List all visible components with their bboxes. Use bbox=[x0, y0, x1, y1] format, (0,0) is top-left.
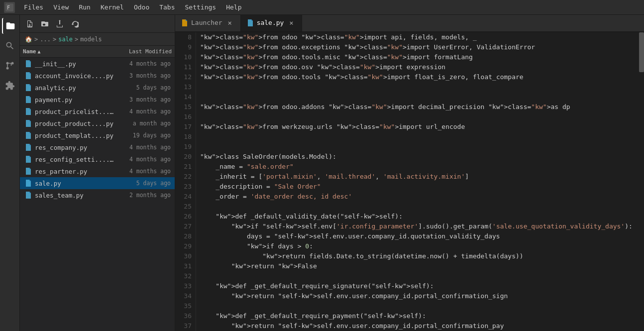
date-column-header[interactable]: Last Modified bbox=[117, 48, 172, 55]
code-line: "kw">def _get_default_require_payment("s… bbox=[200, 311, 635, 321]
file-date: 5 days ago bbox=[116, 84, 171, 91]
tab-close-button[interactable]: × bbox=[225, 18, 234, 27]
file-name: product_templat....py bbox=[35, 132, 116, 139]
code-line bbox=[200, 202, 635, 212]
tab-close-button[interactable]: × bbox=[287, 18, 296, 27]
file-date: 4 months ago bbox=[116, 168, 171, 175]
line-number: 19 bbox=[179, 142, 192, 152]
file-icon bbox=[24, 71, 33, 80]
svg-point-2 bbox=[6, 67, 8, 70]
menu-tabs[interactable]: Tabs bbox=[154, 2, 180, 12]
refresh-button[interactable] bbox=[69, 18, 81, 30]
file-name: res_config_setti....py bbox=[35, 156, 116, 163]
file-row[interactable]: account_invoice....py 3 months ago bbox=[20, 70, 175, 82]
new-file-button[interactable] bbox=[24, 18, 36, 30]
code-line bbox=[200, 142, 635, 152]
file-name: analytic.py bbox=[35, 84, 116, 92]
file-name: product_product....py bbox=[35, 120, 116, 127]
scroll-thumb[interactable] bbox=[639, 32, 644, 72]
code-line: days = "self-kw">self.env.user.company_i… bbox=[200, 231, 635, 241]
file-name: account_invoice....py bbox=[35, 72, 116, 80]
file-date: 3 months ago bbox=[116, 96, 171, 103]
line-number: 13 bbox=[179, 82, 192, 92]
menu-settings[interactable]: Settings bbox=[180, 2, 221, 12]
tab-bar: Launcher × sale.py × bbox=[175, 15, 644, 32]
file-icon bbox=[24, 155, 33, 164]
sidebar-toolbar bbox=[20, 15, 175, 33]
file-name: sale.py bbox=[35, 180, 116, 187]
breadcrumb-ellipsis[interactable]: ... bbox=[40, 36, 51, 43]
menu-help[interactable]: Help bbox=[221, 2, 246, 12]
menu-kernel[interactable]: Kernel bbox=[96, 2, 129, 12]
line-number: 16 bbox=[179, 112, 192, 122]
activity-extensions[interactable] bbox=[2, 78, 18, 94]
code-line bbox=[200, 132, 635, 142]
code-line: "kw">if days > 0: bbox=[200, 241, 635, 251]
activity-git[interactable] bbox=[2, 58, 18, 74]
file-icon bbox=[24, 59, 33, 68]
file-row[interactable]: res_config_setti....py 4 months ago bbox=[20, 153, 175, 165]
line-number: 10 bbox=[179, 52, 192, 62]
line-number: 14 bbox=[179, 92, 192, 102]
file-row[interactable]: sales_team.py 2 months ago bbox=[20, 189, 175, 201]
menu-odoo[interactable]: Odoo bbox=[129, 2, 154, 12]
file-icon bbox=[24, 95, 33, 104]
menu-view[interactable]: View bbox=[48, 2, 74, 12]
file-name: res_company.py bbox=[35, 144, 116, 151]
main-container: 🏠 > ... > sale > models Name ▲ Last Modi… bbox=[0, 15, 644, 331]
line-number: 15 bbox=[179, 102, 192, 112]
code-line: _description = "Sale Order" bbox=[200, 182, 635, 192]
column-headers: Name ▲ Last Modified bbox=[20, 46, 175, 58]
file-row[interactable]: product_product....py a month ago bbox=[20, 117, 175, 129]
code-container[interactable]: 8910111213141516171819202122232425262728… bbox=[175, 32, 644, 331]
file-row[interactable]: analytic.py 5 days ago bbox=[20, 82, 175, 94]
line-number: 32 bbox=[179, 271, 192, 281]
file-name: res_partner.py bbox=[35, 168, 116, 175]
tab-file-icon bbox=[247, 19, 254, 26]
activity-files[interactable] bbox=[2, 18, 18, 34]
breadcrumb-home[interactable]: 🏠 bbox=[25, 36, 32, 43]
code-content[interactable]: "kw">class="kw">from odoo "kw">class="kw… bbox=[196, 32, 639, 331]
tab-label: Launcher bbox=[191, 19, 222, 26]
new-folder-button[interactable] bbox=[39, 18, 51, 30]
file-row[interactable]: sale.py 5 days ago bbox=[20, 177, 175, 189]
svg-point-4 bbox=[6, 62, 8, 65]
editor-area: Launcher × sale.py × 8910111213141516171… bbox=[175, 15, 644, 331]
file-date: 4 months ago bbox=[116, 60, 171, 67]
name-column-header[interactable]: Name ▲ bbox=[23, 48, 117, 55]
upload-button[interactable] bbox=[54, 18, 66, 30]
activity-search[interactable] bbox=[2, 38, 18, 54]
editor-scrollbar[interactable] bbox=[639, 32, 644, 331]
menu-run[interactable]: Run bbox=[74, 2, 95, 12]
file-row[interactable]: res_company.py 4 months ago bbox=[20, 141, 175, 153]
menu-files[interactable]: Files bbox=[19, 2, 48, 12]
file-row[interactable]: res_partner.py 4 months ago bbox=[20, 165, 175, 177]
file-name: product_pricelist....py bbox=[35, 108, 116, 115]
line-number: 36 bbox=[179, 311, 192, 321]
line-number: 28 bbox=[179, 231, 192, 241]
line-number: 24 bbox=[179, 192, 192, 202]
code-line: _name = "sale.order" bbox=[200, 162, 635, 172]
breadcrumb-sale[interactable]: sale bbox=[58, 36, 73, 43]
code-line: "kw">return "kw">False bbox=[200, 261, 635, 271]
file-row[interactable]: product_templat....py 19 days ago bbox=[20, 129, 175, 141]
file-row[interactable]: payment.py 3 months ago bbox=[20, 94, 175, 106]
file-row[interactable]: __init__.py 4 months ago bbox=[20, 58, 175, 70]
code-line: "kw">class="kw">from werkzeug.urls "kw">… bbox=[200, 122, 635, 132]
file-icon bbox=[24, 191, 33, 200]
line-number: 12 bbox=[179, 72, 192, 82]
tab-sale-py[interactable]: sale.py × bbox=[241, 15, 303, 31]
code-line: "kw">return "self-kw">self.env.user.comp… bbox=[200, 291, 635, 301]
app-logo: F bbox=[4, 2, 15, 13]
file-date: 2 months ago bbox=[116, 192, 171, 199]
line-number: 35 bbox=[179, 301, 192, 311]
file-icon bbox=[24, 167, 33, 176]
activity-bar bbox=[0, 15, 20, 331]
file-date: 4 months ago bbox=[116, 156, 171, 163]
file-row[interactable]: product_pricelist....py 4 months ago bbox=[20, 106, 175, 117]
line-number: 18 bbox=[179, 132, 192, 142]
line-number: 34 bbox=[179, 291, 192, 301]
tab-label: sale.py bbox=[257, 19, 284, 26]
tab-Launcher[interactable]: Launcher × bbox=[175, 15, 241, 31]
breadcrumb-models: models bbox=[80, 36, 102, 43]
